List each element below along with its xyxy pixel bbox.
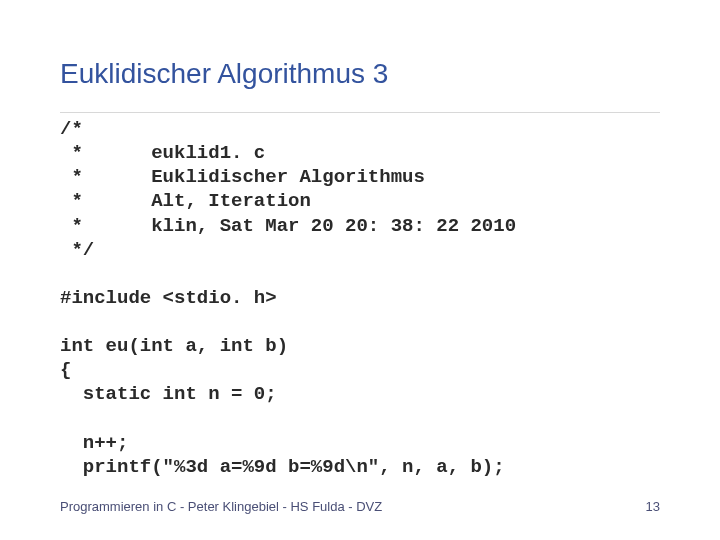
slide: Euklidischer Algorithmus 3 /* * euklid1.… [0,0,720,540]
footer: Programmieren in C - Peter Klingebiel - … [60,499,660,514]
code-listing: /* * euklid1. c * Euklidischer Algorithm… [60,112,660,479]
page-number: 13 [646,499,660,514]
slide-title: Euklidischer Algorithmus 3 [60,58,660,90]
footer-text: Programmieren in C - Peter Klingebiel - … [60,499,382,514]
